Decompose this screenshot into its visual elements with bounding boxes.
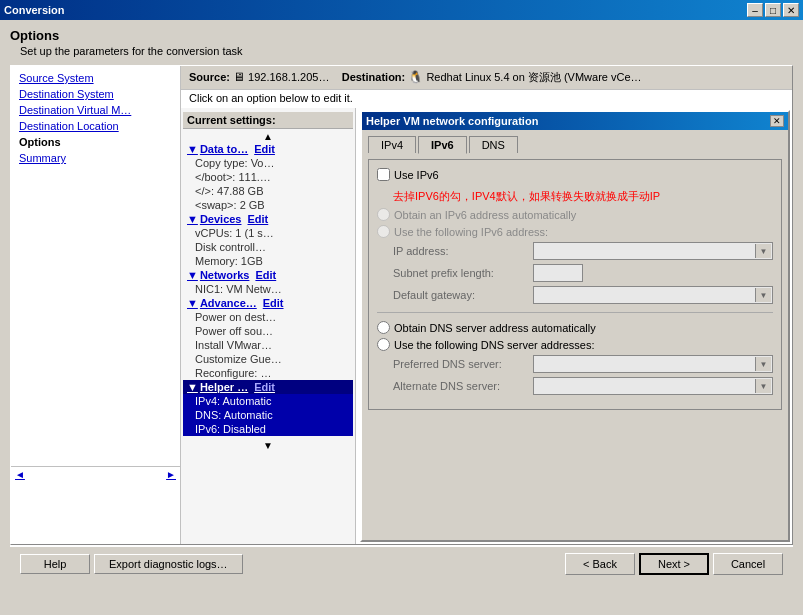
- source-icon: 🖥: [233, 70, 245, 84]
- radio-use-following-label: Use the following IPv6 address:: [394, 226, 548, 238]
- device-item-2: Memory: 1GB: [183, 254, 353, 268]
- export-logs-button[interactable]: Export diagnostic logs…: [94, 554, 243, 574]
- helper-panel: Helper VM network configuration ✕ IPv4 I…: [356, 108, 792, 544]
- dns-radio-manual-label: Use the following DNS server addresses:: [394, 339, 595, 351]
- alternate-dns-row: Alternate DNS server: ▼: [393, 377, 773, 395]
- sidebar-item-destination-virtual[interactable]: Destination Virtual M…: [11, 102, 180, 118]
- dns-radio-auto-input[interactable]: [377, 321, 390, 334]
- ip-address-select[interactable]: ▼: [533, 242, 773, 260]
- source-label: Source:: [189, 71, 230, 83]
- close-button[interactable]: ✕: [783, 3, 799, 17]
- use-ipv6-row: Use IPv6: [377, 168, 773, 181]
- sidebar-item-destination-location[interactable]: Destination Location: [11, 118, 180, 134]
- preferred-dns-arrow[interactable]: ▼: [755, 357, 771, 371]
- section-helper[interactable]: ▼ Helper … Edit: [183, 380, 353, 394]
- page-description: Set up the parameters for the conversion…: [20, 45, 793, 57]
- adv-item-0: Power on dest…: [183, 310, 353, 324]
- gateway-select[interactable]: ▼: [533, 286, 773, 304]
- section-advanced[interactable]: ▼ Advance… Edit: [183, 296, 353, 310]
- radio-obtain-auto: Obtain an IPv6 address automatically: [377, 208, 773, 221]
- settings-title: Current settings:: [183, 112, 353, 129]
- helper-item-0: IPv4: Automatic: [183, 394, 353, 408]
- tab-content: Use IPv6 去掉IPV6的勾，IPV4默认，如果转换失败就换成手动IP O…: [368, 159, 782, 410]
- radio-use-following: Use the following IPv6 address:: [377, 225, 773, 238]
- dns-radio-manual: Use the following DNS server addresses:: [377, 338, 773, 351]
- sidebar-item-options[interactable]: Options: [11, 134, 180, 150]
- dns-radio-auto-label: Obtain DNS server address automatically: [394, 322, 596, 334]
- dest-label: Destination:: [342, 71, 406, 83]
- use-ipv6-label: Use IPv6: [394, 169, 439, 181]
- adv-item-3: Customize Gue…: [183, 352, 353, 366]
- sidebar-prev-arrow[interactable]: ◄: [15, 469, 25, 480]
- helper-dialog: Helper VM network configuration ✕ IPv4 I…: [360, 110, 790, 542]
- ip-address-label: IP address:: [393, 245, 533, 257]
- adv-item-1: Power off sou…: [183, 324, 353, 338]
- device-item-1: Disk controll…: [183, 240, 353, 254]
- ip-address-row: IP address: ▼: [393, 242, 773, 260]
- settings-scroll-down[interactable]: ▼: [183, 440, 353, 451]
- dns-radio-manual-input[interactable]: [377, 338, 390, 351]
- dns-fields: Preferred DNS server: ▼ Alternate DNS se…: [393, 355, 773, 395]
- sidebar-nav: ◄ ►: [11, 466, 180, 482]
- subnet-label: Subnet prefix length:: [393, 267, 533, 279]
- content-area: Source System Destination System Destina…: [10, 65, 793, 545]
- dest-icon: 🐧: [408, 70, 423, 84]
- next-button[interactable]: Next >: [639, 553, 709, 575]
- helper-item-1: DNS: Automatic: [183, 408, 353, 422]
- data-item-0: Copy type: Vo…: [183, 156, 353, 170]
- tab-dns[interactable]: DNS: [469, 136, 518, 153]
- tab-bar: IPv4 IPv6 DNS: [368, 136, 782, 153]
- divider: [377, 312, 773, 313]
- dns-radio-auto: Obtain DNS server address automatically: [377, 321, 773, 334]
- helper-content: IPv4 IPv6 DNS Use IPv6: [362, 130, 788, 540]
- source-bar: Source: 🖥 192.168.1.205… Destination: 🐧 …: [181, 66, 792, 90]
- gateway-label: Default gateway:: [393, 289, 533, 301]
- subnet-row: Subnet prefix length:: [393, 264, 773, 282]
- section-advanced-arrow: ▼: [187, 297, 198, 309]
- minimize-button[interactable]: –: [747, 3, 763, 17]
- radio-obtain-auto-label: Obtain an IPv6 address automatically: [394, 209, 576, 221]
- preferred-dns-select[interactable]: ▼: [533, 355, 773, 373]
- maximize-button[interactable]: □: [765, 3, 781, 17]
- tab-ipv4[interactable]: IPv4: [368, 136, 416, 153]
- sidebar-next-arrow[interactable]: ►: [166, 469, 176, 480]
- sidebar-item-destination-system[interactable]: Destination System: [11, 86, 180, 102]
- radio-obtain-auto-input[interactable]: [377, 208, 390, 221]
- gateway-arrow[interactable]: ▼: [755, 288, 771, 302]
- preferred-dns-row: Preferred DNS server: ▼: [393, 355, 773, 373]
- section-devices-arrow: ▼: [187, 213, 198, 225]
- section-data-arrow: ▼: [187, 143, 198, 155]
- radio-use-following-input[interactable]: [377, 225, 390, 238]
- settings-panel: Current settings: ▲ ▼ Data to… Edit Copy…: [181, 108, 356, 544]
- adv-item-4: Reconfigure: …: [183, 366, 353, 380]
- settings-scroll-up[interactable]: ▲: [183, 131, 353, 142]
- alternate-dns-arrow[interactable]: ▼: [755, 379, 771, 393]
- alternate-dns-select[interactable]: ▼: [533, 377, 773, 395]
- network-item-0: NIC1: VM Netw…: [183, 282, 353, 296]
- back-button[interactable]: < Back: [565, 553, 635, 575]
- cancel-button[interactable]: Cancel: [713, 553, 783, 575]
- section-networks-arrow: ▼: [187, 269, 198, 281]
- section-data[interactable]: ▼ Data to… Edit: [183, 142, 353, 156]
- source-value: 192.168.1.205…: [248, 71, 329, 83]
- ipv6-fields: IP address: ▼ Subnet prefix length:: [393, 242, 773, 304]
- use-ipv6-checkbox[interactable]: [377, 168, 390, 181]
- ip-address-arrow[interactable]: ▼: [755, 244, 771, 258]
- sidebar-item-summary[interactable]: Summary: [11, 150, 180, 166]
- helper-close-button[interactable]: ✕: [770, 115, 784, 127]
- sidebar-item-source-system[interactable]: Source System: [11, 70, 180, 86]
- nav-right: < Back Next > Cancel: [565, 553, 783, 575]
- gateway-row: Default gateway: ▼: [393, 286, 773, 304]
- helper-item-2: IPv6: Disabled: [183, 422, 353, 436]
- section-networks[interactable]: ▼ Networks Edit: [183, 268, 353, 282]
- click-hint: Click on an option below to edit it.: [181, 90, 792, 108]
- preferred-dns-label: Preferred DNS server:: [393, 358, 533, 370]
- nav-left: Help Export diagnostic logs…: [20, 554, 243, 574]
- title-bar: Conversion – □ ✕: [0, 0, 803, 20]
- section-devices[interactable]: ▼ Devices Edit: [183, 212, 353, 226]
- section-helper-arrow: ▼: [187, 381, 198, 393]
- subnet-input[interactable]: [533, 264, 583, 282]
- title-text: Conversion: [4, 4, 65, 16]
- help-button[interactable]: Help: [20, 554, 90, 574]
- tab-ipv6[interactable]: IPv6: [418, 136, 467, 154]
